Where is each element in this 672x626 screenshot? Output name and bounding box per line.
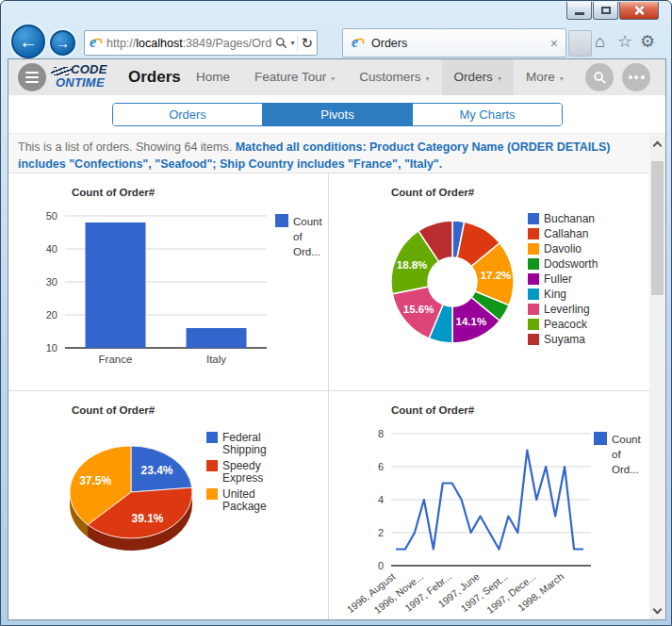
svg-text:23.4%: 23.4% — [140, 464, 172, 477]
svg-text:Suyama: Suyama — [544, 333, 585, 346]
vertical-scrollbar[interactable] — [649, 136, 665, 619]
nav-item-customers[interactable]: Customers▾ — [347, 59, 441, 95]
svg-text:Dodsworth: Dodsworth — [544, 257, 598, 271]
window-maximize-button[interactable] — [593, 2, 618, 20]
search-icon — [593, 71, 607, 85]
browser-back-button[interactable]: ← — [11, 25, 45, 58]
tab-close-icon[interactable]: × — [550, 37, 558, 50]
maximize-icon — [601, 7, 611, 14]
favorites-star-icon[interactable]: ☆ — [617, 33, 632, 50]
svg-text:of: of — [293, 231, 303, 242]
tab-title: Orders — [371, 37, 407, 50]
status-text: This is a list of orders. Showing 64 ite… — [18, 139, 626, 173]
donut-chart-employees: Count of Order#17.2%14.1%15.6%18.8%Bucha… — [329, 173, 649, 390]
svg-text:of: of — [612, 449, 621, 460]
svg-text:30: 30 — [46, 276, 57, 288]
app-navbar: CODE ONTIME Orders HomeFeature Tour▾Cust… — [8, 59, 665, 95]
nav-item-feature-tour[interactable]: Feature Tour▾ — [242, 59, 347, 95]
address-dropdown-icon[interactable]: ▾ — [290, 39, 294, 47]
scroll-down-button[interactable] — [649, 603, 665, 619]
svg-text:17.2%: 17.2% — [481, 270, 512, 281]
column-chart-ship-country: Count of Order#1020304050FranceItalyCoun… — [8, 173, 328, 390]
svg-text:Count of Order#: Count of Order# — [72, 187, 156, 198]
chevron-down-icon: ▾ — [331, 74, 335, 83]
ie-favicon: e — [351, 36, 366, 51]
svg-text:Count of Order#: Count of Order# — [391, 187, 475, 198]
home-icon[interactable]: ⌂ — [595, 33, 605, 50]
svg-text:Leverling: Leverling — [544, 303, 590, 316]
page-content: CODE ONTIME Orders HomeFeature Tour▾Cust… — [8, 59, 665, 619]
svg-text:8: 8 — [378, 428, 384, 439]
view-tabs: OrdersPivotsMy Charts — [112, 103, 563, 126]
chevron-down-icon — [653, 605, 663, 615]
nav-item-more[interactable]: More▾ — [514, 59, 576, 95]
svg-text:Fuller: Fuller — [544, 272, 572, 286]
svg-text:50: 50 — [46, 210, 57, 222]
minimize-icon — [575, 12, 584, 15]
logo-wing-icon — [49, 67, 73, 75]
main-menu: HomeFeature Tour▾Customers▾Orders▾More▾ — [184, 59, 576, 95]
window-close-button[interactable] — [619, 2, 659, 20]
url-text[interactable]: http://localhost:3849/Pages/Orders.as — [107, 37, 272, 50]
nav-item-orders[interactable]: Orders▾ — [442, 59, 514, 95]
svg-text:United: United — [222, 487, 255, 501]
back-arrow-icon: ← — [19, 31, 38, 53]
svg-text:Count: Count — [612, 434, 641, 445]
svg-text:France: France — [99, 354, 133, 365]
browser-window: ← → e http://localhost:3849/Pages/Orders… — [0, 0, 672, 626]
refresh-icon[interactable]: ↻ — [301, 36, 313, 50]
search-icon[interactable] — [275, 37, 287, 49]
logo-text-bottom: ONTIME — [56, 75, 105, 90]
status-bar: This is a list of orders. Showing 64 ite… — [8, 133, 665, 173]
pivot-charts-grid: Count of Order#1020304050FranceItalyCoun… — [8, 173, 665, 619]
code-ontime-logo[interactable]: CODE ONTIME — [50, 62, 122, 92]
app-search-button[interactable] — [585, 63, 614, 91]
svg-text:Count of Order#: Count of Order# — [72, 404, 156, 416]
scroll-up-button[interactable] — [649, 136, 665, 152]
ie-logo-icon: e — [89, 36, 104, 51]
svg-text:10: 10 — [46, 342, 57, 354]
svg-text:Peacock: Peacock — [544, 318, 588, 331]
view-tab-pivots[interactable]: Pivots — [262, 104, 412, 125]
svg-text:4: 4 — [378, 494, 384, 505]
svg-text:39.1%: 39.1% — [131, 512, 163, 525]
address-bar[interactable]: e http://localhost:3849/Pages/Orders.as … — [84, 30, 318, 56]
ellipsis-icon — [629, 75, 645, 79]
svg-text:Express: Express — [222, 471, 263, 485]
svg-text:6: 6 — [378, 461, 384, 472]
svg-text:37.5%: 37.5% — [79, 474, 111, 487]
svg-text:0: 0 — [378, 560, 384, 571]
browser-tab[interactable]: e Orders × — [342, 28, 566, 58]
settings-gear-icon[interactable]: ⚙ — [640, 33, 655, 50]
svg-text:15.6%: 15.6% — [403, 304, 434, 315]
forward-arrow-icon: → — [56, 35, 70, 51]
svg-text:Federal: Federal — [222, 431, 261, 444]
browser-forward-button[interactable]: → — [50, 30, 75, 56]
app-more-button[interactable] — [622, 63, 650, 91]
svg-text:18.8%: 18.8% — [397, 259, 428, 271]
svg-text:Buchanan: Buchanan — [544, 212, 595, 225]
svg-text:Davolio: Davolio — [544, 242, 582, 255]
chevron-up-icon — [653, 141, 663, 151]
svg-text:Italy: Italy — [206, 354, 226, 365]
new-tab-button[interactable] — [568, 30, 592, 57]
svg-text:Count: Count — [293, 216, 322, 227]
svg-text:Speedy: Speedy — [222, 459, 261, 472]
svg-text:2: 2 — [378, 527, 384, 538]
window-minimize-button[interactable] — [566, 2, 592, 20]
svg-text:Ord...: Ord... — [293, 246, 320, 257]
line-chart-months: Count of Order#024681996, August1996, No… — [329, 391, 649, 619]
view-tab-row: OrdersPivotsMy Charts — [8, 95, 665, 133]
svg-text:Package: Package — [222, 500, 267, 513]
view-tab-my-charts[interactable]: My Charts — [412, 104, 562, 125]
close-icon — [633, 5, 645, 16]
chevron-down-icon: ▾ — [560, 74, 564, 83]
page-title: Orders — [128, 59, 181, 95]
scrollbar-thumb[interactable] — [651, 161, 664, 295]
divider — [297, 36, 298, 51]
status-plain-text: This is a list of orders. Showing 64 ite… — [18, 140, 236, 154]
hamburger-menu-button[interactable] — [18, 63, 46, 91]
svg-text:Shipping: Shipping — [222, 443, 267, 456]
view-tab-orders[interactable]: Orders — [113, 104, 262, 125]
nav-item-home[interactable]: Home — [184, 59, 242, 95]
